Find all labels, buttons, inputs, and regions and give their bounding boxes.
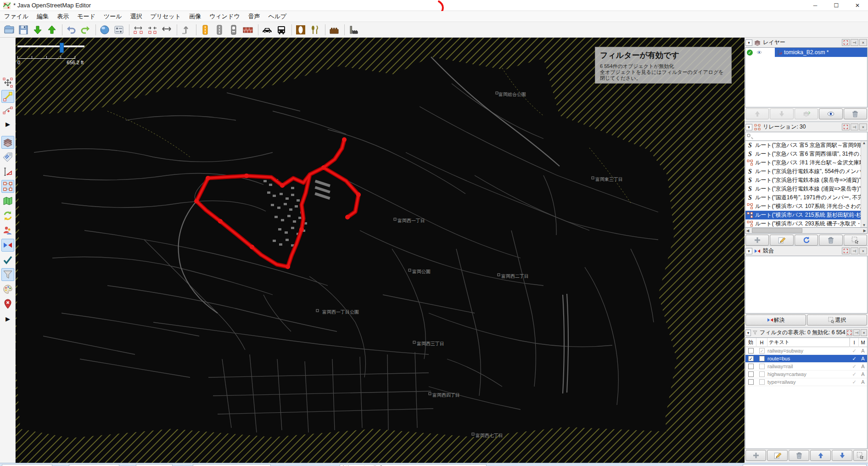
- minimize-icon[interactable]: ─: [805, 0, 826, 11]
- zoom-slider[interactable]: [17, 43, 84, 53]
- upload-data-icon[interactable]: [45, 23, 58, 36]
- filter-enabled-checkbox[interactable]: [748, 379, 754, 385]
- menu-edit[interactable]: 編集: [33, 11, 53, 22]
- dock-panel-icon[interactable]: ⊣: [851, 124, 858, 130]
- relation-item[interactable]: Sルート("京浜急行電鉄本線 (浦賀=>泉岳寺)",: [745, 185, 861, 193]
- layer-name[interactable]: tomioka_B2.osm *: [775, 48, 867, 57]
- filter-hiding-checkbox[interactable]: [759, 356, 765, 361]
- preset-motorway-icon[interactable]: [199, 23, 212, 36]
- combine-ways-icon[interactable]: [132, 23, 145, 36]
- collapse-icon[interactable]: ▾: [745, 248, 752, 254]
- relation-item[interactable]: ルート("横浜市バス 293系統 磯子-氷取沢・磯子: [745, 219, 861, 228]
- menu-imagery[interactable]: 画像: [185, 11, 205, 22]
- new-relation-icon[interactable]: [745, 235, 769, 246]
- relation-item-selected[interactable]: ルート("横浜市バス 215系統 新杉田駅前-杉田: [745, 211, 861, 219]
- measurement-panel-icon[interactable]: [1, 165, 14, 178]
- validator-panel-icon[interactable]: [1, 253, 14, 266]
- search-icon[interactable]: [98, 23, 111, 36]
- expand-tools-icon[interactable]: ▶: [1, 118, 14, 130]
- edit-relation-icon[interactable]: [770, 235, 793, 246]
- preset-factory-icon[interactable]: [347, 23, 360, 36]
- layers-panel-icon[interactable]: [1, 136, 14, 149]
- filter-panel-icon[interactable]: [1, 268, 14, 281]
- preset-car-icon[interactable]: [261, 23, 274, 36]
- relation-search-input[interactable]: [745, 132, 868, 140]
- relation-item[interactable]: ルート("京急バス 洋1 洋光台駅～金沢文庫駅: [745, 158, 861, 167]
- redo-icon[interactable]: [79, 23, 92, 36]
- maximize-icon[interactable]: ☐: [826, 0, 847, 11]
- filter-enabled-checkbox[interactable]: [748, 371, 754, 377]
- close-panel-icon[interactable]: ×: [859, 247, 867, 254]
- preset-bus-icon[interactable]: [275, 23, 288, 36]
- conflicts-panel-icon[interactable]: [1, 239, 14, 252]
- dock-panel-icon[interactable]: ⊣: [851, 247, 858, 254]
- close-icon[interactable]: ✕: [847, 0, 868, 11]
- close-panel-icon[interactable]: ×: [859, 124, 867, 130]
- preset-road-icon[interactable]: [213, 23, 226, 36]
- save-icon[interactable]: [17, 23, 30, 36]
- relation-item[interactable]: Sルート("京浜急行電鉄本線", 554件のメンバー,: [745, 167, 861, 176]
- preset-cutlery-icon[interactable]: [308, 23, 321, 36]
- close-panel-icon[interactable]: ×: [859, 39, 867, 46]
- filter-row[interactable]: type=railway ✓ A: [745, 378, 867, 386]
- filter-hiding-checkbox[interactable]: [759, 379, 765, 385]
- dock-panel-icon[interactable]: ⊣: [853, 329, 860, 336]
- menu-view[interactable]: 表示: [53, 11, 73, 22]
- move-filter-up-icon[interactable]: [810, 450, 831, 461]
- download-data-icon[interactable]: [31, 23, 44, 36]
- unglue-ways-icon[interactable]: [160, 23, 173, 36]
- move-layer-up-icon[interactable]: [745, 108, 769, 119]
- filter-row-selected[interactable]: ✓ route=bus ✓ A: [745, 355, 867, 363]
- download-members-icon[interactable]: [795, 235, 818, 246]
- menu-file[interactable]: ファイル: [0, 11, 33, 22]
- menu-mode[interactable]: モード: [73, 11, 100, 22]
- improve-way-tool-icon[interactable]: [1, 104, 14, 117]
- close-panel-icon[interactable]: ×: [861, 329, 867, 336]
- relation-item[interactable]: ルート("横浜市バス 107系統 洋光台-さわの里小: [745, 202, 861, 211]
- relations-horizontal-scrollbar[interactable]: ◀▶: [745, 228, 868, 234]
- relation-item[interactable]: Sルート("京急バス 富5 京急富岡駅～富岡9期ニ: [745, 141, 861, 150]
- move-filter-down-icon[interactable]: [832, 450, 852, 461]
- edit-filter-icon[interactable]: [767, 450, 788, 461]
- layer-row[interactable]: ✓ tomioka_B2.osm *: [745, 48, 867, 57]
- delete-layer-icon[interactable]: [844, 108, 867, 119]
- authors-panel-icon[interactable]: [1, 224, 14, 237]
- filter-row[interactable]: highway=cartway ✓ A: [745, 371, 867, 378]
- menu-windows[interactable]: ウィンドウ: [205, 11, 244, 22]
- preferences-icon[interactable]: [112, 23, 125, 36]
- scrollbar-thumb[interactable]: [752, 228, 802, 233]
- menu-help[interactable]: ヘルプ: [264, 11, 291, 22]
- preset-castle-icon[interactable]: [328, 23, 341, 36]
- zoom-slider-handle[interactable]: [60, 43, 64, 53]
- preset-wall-icon[interactable]: [241, 23, 254, 36]
- delete-relation-icon[interactable]: [819, 235, 842, 246]
- filter-enabled-checkbox[interactable]: [748, 364, 754, 369]
- float-panel-icon[interactable]: [846, 329, 853, 336]
- delete-filter-icon[interactable]: [789, 450, 809, 461]
- menu-tools[interactable]: ツール: [100, 11, 126, 22]
- filter-row[interactable]: railway=rail ✓ A: [745, 363, 867, 371]
- collapse-icon[interactable]: ▾: [745, 330, 751, 336]
- tags-panel-icon[interactable]: [1, 151, 14, 163]
- merge-nodes-icon[interactable]: [146, 23, 159, 36]
- add-filter-icon[interactable]: [745, 450, 766, 461]
- float-panel-icon[interactable]: [842, 39, 850, 46]
- select-conflict-button[interactable]: 選択: [807, 314, 868, 326]
- relation-item[interactable]: Sルート("京急バス 富6 富岡西循環", 31件のメン: [745, 150, 861, 158]
- sort-filters-icon[interactable]: [853, 450, 867, 461]
- float-panel-icon[interactable]: [842, 247, 850, 254]
- filter-hiding-checkbox[interactable]: [759, 364, 765, 369]
- collapse-icon[interactable]: ▾: [745, 39, 752, 46]
- move-tool-icon[interactable]: [1, 76, 14, 89]
- collapse-icon[interactable]: ▾: [745, 124, 752, 130]
- float-panel-icon[interactable]: [842, 124, 850, 130]
- merge-layers-icon[interactable]: [795, 108, 818, 119]
- layer-visibility-eye-icon[interactable]: [756, 50, 763, 55]
- mapstyle-panel-icon[interactable]: [1, 283, 14, 296]
- resolve-conflict-button[interactable]: 解決: [745, 314, 806, 326]
- changeset-panel-icon[interactable]: [1, 209, 14, 222]
- preset-crossing-icon[interactable]: [227, 23, 240, 36]
- relation-item[interactable]: Sルート("国道16号", 1971件のメンバー, 不完全): [745, 193, 861, 202]
- filter-hiding-checkbox[interactable]: [759, 371, 765, 377]
- relations-vertical-scrollbar[interactable]: ▲▼: [861, 141, 867, 227]
